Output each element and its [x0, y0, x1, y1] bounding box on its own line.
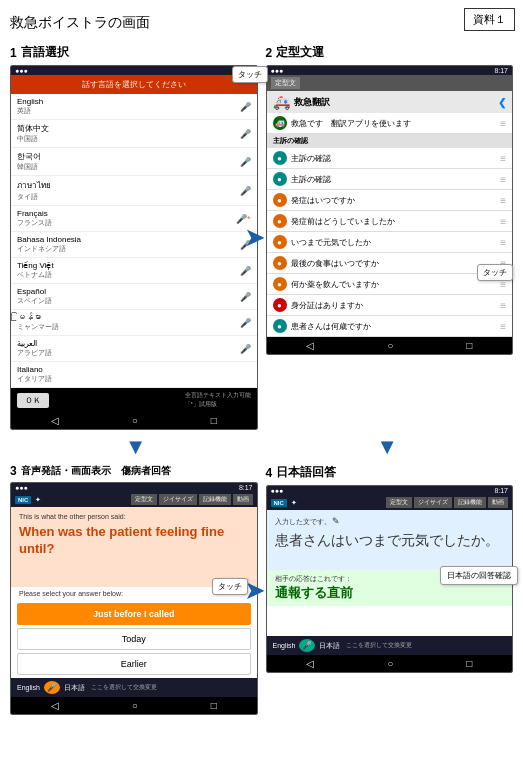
screen3-tab3[interactable]: 記録機能	[199, 494, 231, 505]
phrase-icon-8: ●	[273, 298, 287, 312]
screen4-mic-btn[interactable]: 🎤	[299, 639, 315, 652]
screen4-logo: NIC	[271, 499, 287, 507]
answer-btn-0[interactable]: Just before I called	[17, 603, 251, 625]
lang-item-en[interactable]: English 英語 🎤	[11, 94, 257, 120]
lang-item-ko[interactable]: 한국어 韓国語 🎤	[11, 148, 257, 176]
lang-item-fr[interactable]: Français フランス語 🎤*	[11, 206, 257, 232]
phrase-item-4[interactable]: ● 発症前はどうしていましたか ≡	[267, 211, 513, 232]
screen3-tab1[interactable]: 定型文	[131, 494, 157, 505]
nav4-back[interactable]: ◁	[306, 658, 314, 669]
mic-icon-my[interactable]: 🎤	[240, 318, 251, 328]
nav2-recent[interactable]: □	[466, 340, 472, 351]
edit-icon[interactable]: ✎	[332, 516, 340, 526]
nav3-recent[interactable]: □	[211, 700, 217, 711]
phrase-div-3: ≡	[500, 195, 506, 206]
screen2-chevron[interactable]: ❮	[498, 97, 506, 108]
phrase-item-9[interactable]: ● 患者さんは何歳ですか ≡	[267, 316, 513, 337]
lang-item-it[interactable]: Italiano イタリア語	[11, 362, 257, 388]
phrase-item-8[interactable]: ● 身分証はありますか ≡	[267, 295, 513, 316]
screen4-lang-left[interactable]: English	[273, 642, 296, 649]
screen4-tab4[interactable]: 動画	[488, 497, 508, 508]
lang-item-es[interactable]: Español スペイン語 🎤	[11, 284, 257, 310]
footer-text: 全言語テキスト入力可能「*」試用版	[185, 391, 251, 409]
answer-btn-2[interactable]: Earlier	[17, 653, 251, 675]
phrase-item-5[interactable]: ● いつまで元気でしたか ≡	[267, 232, 513, 253]
screen1-header: 話す言語を選択してください	[11, 75, 257, 94]
nav4-recent[interactable]: □	[466, 658, 472, 669]
ok-button[interactable]: ＯＫ	[17, 393, 49, 408]
nav-home[interactable]: ○	[132, 415, 138, 426]
nav2-home[interactable]: ○	[387, 340, 393, 351]
screen3-tab4[interactable]: 動画	[233, 494, 253, 505]
phrase-icon-3: ●	[273, 193, 287, 207]
lang-name-id: Bahasa Indonesia	[17, 235, 81, 244]
phrase-item-2[interactable]: ● 主訴の確認 ≡	[267, 169, 513, 190]
nav2-back[interactable]: ◁	[306, 340, 314, 351]
page-title: 救急ボイストラの画面	[10, 14, 513, 32]
screen4-bottom-bar: English 🎤 日本語 ここを選択して交換変更	[267, 636, 513, 655]
screen3-logo-icon: ✦	[35, 496, 41, 504]
screen3-subtitle: This is what the other person said:	[19, 513, 249, 520]
screen3-tab2[interactable]: ジイサイズ	[159, 494, 197, 505]
mic-icon-zh[interactable]: 🎤	[240, 129, 251, 139]
lang-item-vi[interactable]: Tiếng Việt ベトナム語 🎤	[11, 258, 257, 284]
screen3-touch-bubble: タッチ	[212, 578, 248, 595]
lang-item-zh[interactable]: 简体中文 中国語 🎤	[11, 120, 257, 148]
lang-item-ar[interactable]: العربية アラビア語 🎤	[11, 336, 257, 362]
screen2-touch-bubble: タッチ	[477, 264, 513, 281]
nav-back[interactable]: ◁	[51, 415, 59, 426]
lang-name-zh: 简体中文	[17, 123, 49, 134]
screen4-lang-right[interactable]: 日本語	[319, 641, 340, 651]
phrase-text-1: 主訴の確認	[291, 153, 497, 164]
mic-icon-vi[interactable]: 🎤	[240, 266, 251, 276]
screen4-tabs: 定型文 ジイサイズ 記録機能 動画	[386, 497, 508, 508]
phrase-item-1[interactable]: ● 主訴の確認 ≡	[267, 148, 513, 169]
screen2-label: 2 定型文運	[266, 44, 514, 61]
screen4-label: 4 日本語回答	[266, 464, 514, 481]
screen3-mic-btn[interactable]: 🎤	[44, 681, 60, 694]
bottom-panels: 3 音声発話・画面表示 傷病者回答 タッチ ●●●8:17 NIC ✦ 定型文 …	[10, 464, 513, 715]
arrow-down-left: ▼	[15, 434, 256, 460]
screen3-bottom-text: ここを選択して交換変更	[91, 683, 157, 692]
mic-icon-ar[interactable]: 🎤	[240, 344, 251, 354]
screen4-tab3[interactable]: 記録機能	[454, 497, 486, 508]
phrase-text-4: 発症前はどうしていましたか	[291, 216, 497, 227]
nav3-home[interactable]: ○	[132, 700, 138, 711]
lang-list: English 英語 🎤 简体中文 中国語 🎤	[11, 94, 257, 388]
nav-recent[interactable]: □	[211, 415, 217, 426]
phrase-icon-0: 🚑	[273, 116, 287, 130]
screen2-tab[interactable]: 定型文	[271, 77, 300, 89]
answer-btn-1[interactable]: Today	[17, 628, 251, 650]
lang-item-id[interactable]: Bahasa Indonesia インドネシア語 🎤	[11, 232, 257, 258]
screen2-title: 定型文運	[276, 44, 324, 61]
lang-jp-vi: ベトナム語	[17, 270, 54, 280]
mic-icon-en[interactable]: 🎤	[240, 102, 251, 112]
lang-jp-en: 英語	[17, 106, 43, 116]
screen3-lang-right[interactable]: 日本語	[64, 683, 85, 693]
phrase-div-4: ≡	[500, 216, 506, 227]
screen2-header: 🚑 救急翻訳 ❮	[267, 91, 513, 113]
screen4-tab1[interactable]: 定型文	[386, 497, 412, 508]
phrase-item-0[interactable]: 🚑 救急です 翻訳アプリを使います ≡	[267, 113, 513, 134]
lang-jp-th: タイ語	[17, 192, 51, 202]
screen4-topbar: NIC ✦ 定型文 ジイサイズ 記録機能 動画	[267, 495, 513, 510]
lang-item-my[interactable]: မြန်မာ ミャンマー語 🎤	[11, 310, 257, 336]
nav3-back[interactable]: ◁	[51, 700, 59, 711]
nav4-home[interactable]: ○	[387, 658, 393, 669]
screen4-tab2[interactable]: ジイサイズ	[414, 497, 452, 508]
screen4-bottom-text: ここを選択して交換変更	[346, 641, 412, 650]
screen4-nav-bar: ◁ ○ □	[267, 655, 513, 672]
screen4-callout: 日本語の回答確認	[440, 566, 518, 585]
screen3-question: When was the patient feeling fine until?	[19, 524, 249, 558]
phrase-item-7[interactable]: ● 何か薬を飲んでいますか ≡	[267, 274, 513, 295]
mic-icon-th[interactable]: 🎤	[240, 186, 251, 196]
resource-badge: 資料１	[464, 8, 515, 31]
screen3-title: 音声発話・画面表示 傷病者回答	[21, 464, 171, 478]
mic-icon-ko[interactable]: 🎤	[240, 157, 251, 167]
lang-item-th[interactable]: ภาษาไทย タイ語 🎤	[11, 176, 257, 206]
screen3-lang-left[interactable]: English	[17, 684, 40, 691]
phrase-item-6[interactable]: ● 最後の食事はいつですか ≡	[267, 253, 513, 274]
phrase-item-3[interactable]: ● 発症はいつですか ≡	[267, 190, 513, 211]
mic-icon-es[interactable]: 🎤	[240, 292, 251, 302]
screen3-status-bar: ●●●8:17	[11, 483, 257, 492]
